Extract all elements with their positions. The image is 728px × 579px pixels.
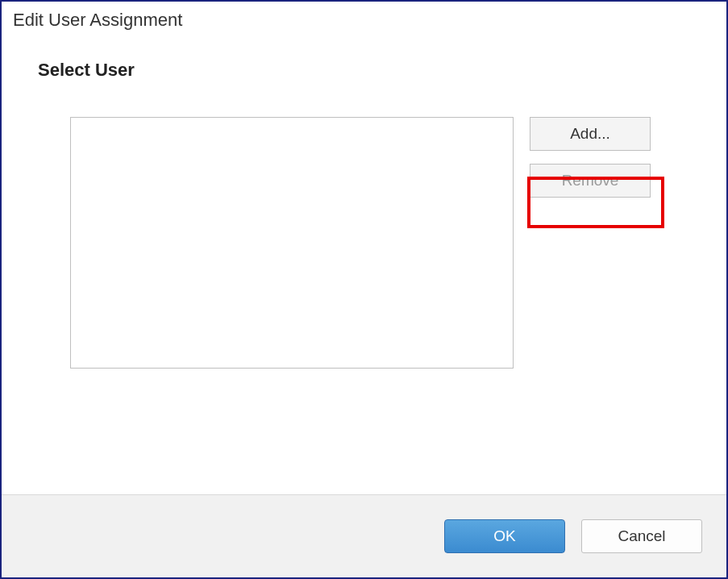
cancel-button[interactable]: Cancel	[581, 519, 702, 553]
content-row: Add... Remove	[38, 117, 690, 369]
user-listbox[interactable]	[70, 117, 514, 369]
edit-user-assignment-dialog: Edit User Assignment Select User Add... …	[0, 0, 728, 579]
dialog-title: Edit User Assignment	[2, 2, 726, 35]
dialog-body: Select User Add... Remove	[2, 35, 726, 494]
dialog-footer: OK Cancel	[2, 494, 726, 577]
add-button[interactable]: Add...	[530, 117, 651, 151]
remove-button[interactable]: Remove	[530, 164, 651, 198]
side-buttons: Add... Remove	[530, 117, 651, 198]
select-user-heading: Select User	[38, 60, 690, 81]
ok-button[interactable]: OK	[444, 519, 565, 553]
